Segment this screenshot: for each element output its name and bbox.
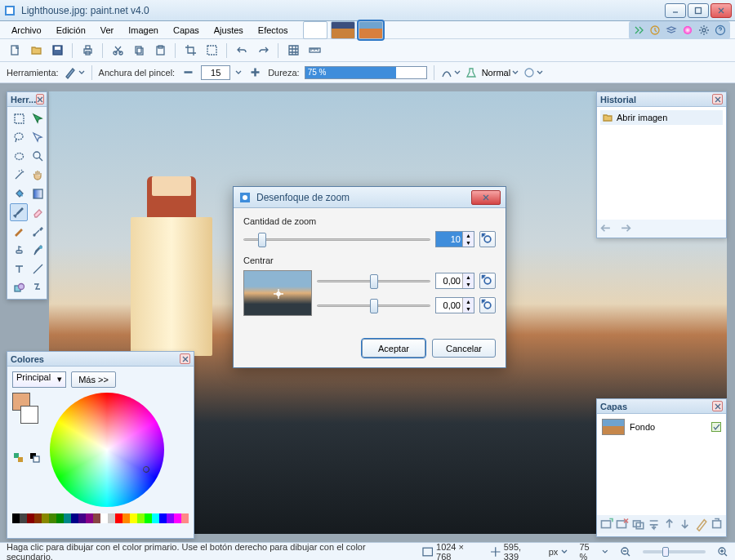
menu-capas[interactable]: Capas [167, 24, 206, 37]
duplicate-layer-icon[interactable] [631, 518, 645, 531]
copy-icon[interactable] [131, 42, 147, 59]
dialog-close-button[interactable] [471, 190, 501, 205]
brush-width-inc-icon[interactable] [247, 64, 263, 81]
color-wheel[interactable] [50, 393, 164, 507]
move-down-icon[interactable] [678, 518, 692, 531]
menu-efectos[interactable]: Efectos [252, 24, 295, 37]
print-icon[interactable] [79, 42, 96, 59]
magic-wand-tool[interactable] [10, 166, 28, 184]
spin-up-icon[interactable]: ▲ [462, 232, 474, 239]
save-icon[interactable] [49, 42, 65, 59]
zoom-slider[interactable] [643, 550, 706, 553]
ellipse-select-tool[interactable] [10, 147, 28, 165]
center-x-reset-icon[interactable] [479, 273, 496, 289]
secondary-color-swatch[interactable] [20, 406, 38, 424]
palette-color[interactable] [71, 513, 78, 523]
palette-color[interactable] [12, 513, 20, 523]
palette-color[interactable] [181, 513, 189, 523]
swap-colors-icon[interactable] [12, 451, 25, 466]
merge-down-icon[interactable] [647, 518, 661, 531]
add-layer-icon[interactable] [599, 518, 613, 531]
clone-tool[interactable] [10, 241, 28, 259]
recolor-tool[interactable] [29, 241, 47, 259]
palette-color[interactable] [34, 513, 42, 523]
palette-color[interactable] [130, 513, 137, 523]
palette-color[interactable] [86, 513, 93, 523]
center-y-spinner[interactable]: ▲▼ [435, 297, 474, 313]
layer-visible-checkbox[interactable] [711, 422, 721, 432]
history-redo-icon[interactable] [617, 222, 632, 233]
layers-toggle-icon[interactable] [663, 23, 679, 38]
hardness-slider[interactable]: 75 % [305, 66, 427, 79]
line-tool[interactable] [29, 260, 47, 278]
antialias-dropdown[interactable] [441, 67, 461, 78]
paste-icon[interactable] [152, 42, 168, 59]
zoom-amount-spinner[interactable]: ▲▼ [435, 231, 474, 247]
cut-icon[interactable] [109, 42, 126, 59]
fill-tool[interactable] [10, 184, 28, 202]
palette-color[interactable] [42, 513, 49, 523]
shapes-arrow-tool[interactable] [29, 278, 47, 296]
move-selection-tool[interactable] [29, 128, 47, 146]
text-tool[interactable] [10, 260, 28, 278]
palette-color[interactable] [167, 513, 174, 523]
colors-panel-close-icon[interactable] [180, 353, 190, 364]
ok-button[interactable]: Aceptar [362, 339, 425, 358]
more-button[interactable]: Más >> [71, 371, 116, 388]
palette-color[interactable] [145, 513, 152, 523]
menu-archivo[interactable]: Archivo [5, 24, 48, 37]
rect-select-tool[interactable] [10, 109, 28, 127]
lasso-tool[interactable] [10, 128, 28, 146]
palette-color[interactable] [152, 513, 159, 523]
palette-color[interactable] [100, 513, 108, 523]
move-up-icon[interactable] [662, 518, 676, 531]
history-undo-icon[interactable] [599, 222, 614, 233]
palette-color[interactable] [64, 513, 71, 523]
palette-color[interactable] [56, 513, 64, 523]
palette-color[interactable] [174, 513, 181, 523]
tools-panel-close-icon[interactable] [36, 94, 44, 104]
reset-colors-icon[interactable] [29, 451, 42, 466]
colors-toggle-icon[interactable] [679, 23, 696, 38]
tools-toggle-icon[interactable] [630, 23, 647, 38]
palette-color[interactable] [108, 513, 115, 523]
center-y-reset-icon[interactable] [479, 297, 496, 313]
ruler-icon[interactable] [306, 42, 323, 59]
menu-ver[interactable]: Ver [94, 24, 121, 37]
redo-icon[interactable] [255, 42, 271, 59]
brush-width-input[interactable] [201, 65, 230, 80]
eraser-tool[interactable] [29, 203, 47, 221]
delete-layer-icon[interactable] [615, 518, 629, 531]
blend-mode-dropdown[interactable]: Normal [482, 68, 519, 78]
center-y-slider[interactable] [317, 297, 430, 313]
center-x-spinner[interactable]: ▲▼ [435, 273, 474, 289]
status-unit-dropdown[interactable]: px [549, 547, 568, 557]
tool-dropdown[interactable] [64, 66, 85, 79]
maximize-button[interactable] [688, 3, 709, 18]
cancel-button[interactable]: Cancelar [432, 339, 496, 358]
undo-icon[interactable] [234, 42, 250, 59]
zoom-out-icon[interactable] [620, 546, 631, 558]
shapes-tool[interactable] [10, 278, 28, 296]
pan-tool[interactable] [29, 166, 47, 184]
color-mode-dropdown[interactable]: Principal [12, 371, 66, 388]
status-zoom-dropdown[interactable]: 75 % [579, 542, 608, 561]
close-button[interactable] [710, 3, 732, 18]
chevron-down-icon[interactable] [235, 69, 242, 76]
minimize-button[interactable] [665, 3, 686, 18]
move-tool[interactable] [29, 109, 47, 127]
layers-panel-close-icon[interactable] [712, 401, 723, 411]
spin-down-icon[interactable]: ▼ [462, 239, 474, 247]
menu-ajustes[interactable]: Ajustes [207, 24, 250, 37]
colorpicker-tool[interactable] [29, 222, 47, 240]
center-x-slider[interactable] [317, 273, 430, 289]
overwrite-dropdown[interactable] [523, 67, 543, 78]
palette-color[interactable] [93, 513, 100, 523]
layer-row[interactable]: Fondo [600, 417, 723, 437]
palette-color[interactable] [159, 513, 167, 523]
doc-thumb-3[interactable] [359, 21, 383, 39]
pencil-tool[interactable] [10, 222, 28, 240]
settings-icon[interactable] [696, 23, 712, 38]
help-icon[interactable] [712, 23, 728, 38]
brush-width-dec-icon[interactable] [180, 64, 196, 81]
